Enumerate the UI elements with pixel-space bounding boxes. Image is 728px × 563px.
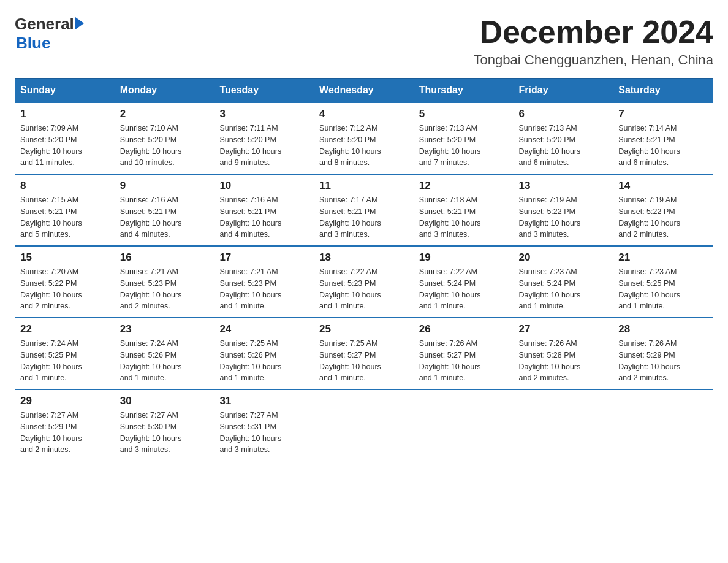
empty-cell bbox=[314, 389, 414, 461]
day-number: 14 bbox=[618, 180, 708, 192]
day-info: Sunrise: 7:10 AMSunset: 5:20 PMDaylight:… bbox=[120, 123, 210, 169]
weekday-header-tuesday: Tuesday bbox=[214, 79, 314, 103]
day-info: Sunrise: 7:16 AMSunset: 5:21 PMDaylight:… bbox=[120, 194, 210, 240]
day-cell-19: 19Sunrise: 7:22 AMSunset: 5:24 PMDayligh… bbox=[414, 246, 514, 318]
day-cell-16: 16Sunrise: 7:21 AMSunset: 5:23 PMDayligh… bbox=[115, 246, 214, 318]
day-cell-21: 21Sunrise: 7:23 AMSunset: 5:25 PMDayligh… bbox=[613, 246, 713, 318]
day-info: Sunrise: 7:26 AMSunset: 5:29 PMDaylight:… bbox=[618, 338, 708, 384]
day-cell-9: 9Sunrise: 7:16 AMSunset: 5:21 PMDaylight… bbox=[115, 174, 214, 246]
logo-blue-text: Blue bbox=[16, 34, 50, 52]
day-cell-29: 29Sunrise: 7:27 AMSunset: 5:29 PMDayligh… bbox=[15, 389, 115, 461]
day-info: Sunrise: 7:09 AMSunset: 5:20 PMDaylight:… bbox=[20, 123, 110, 169]
day-info: Sunrise: 7:25 AMSunset: 5:26 PMDaylight:… bbox=[219, 338, 309, 384]
day-info: Sunrise: 7:11 AMSunset: 5:20 PMDaylight:… bbox=[219, 123, 309, 169]
day-number: 15 bbox=[20, 251, 110, 264]
day-cell-23: 23Sunrise: 7:24 AMSunset: 5:26 PMDayligh… bbox=[115, 318, 214, 389]
day-number: 20 bbox=[519, 251, 609, 264]
day-cell-14: 14Sunrise: 7:19 AMSunset: 5:22 PMDayligh… bbox=[613, 174, 713, 246]
title-area: December 2024 Tongbai Chengguanzhen, Hen… bbox=[474, 15, 713, 68]
logo-triangle-icon bbox=[75, 17, 84, 29]
day-info: Sunrise: 7:23 AMSunset: 5:25 PMDaylight:… bbox=[618, 266, 708, 312]
day-info: Sunrise: 7:13 AMSunset: 5:20 PMDaylight:… bbox=[519, 123, 609, 169]
day-info: Sunrise: 7:27 AMSunset: 5:29 PMDaylight:… bbox=[20, 410, 110, 456]
day-cell-8: 8Sunrise: 7:15 AMSunset: 5:21 PMDaylight… bbox=[15, 174, 115, 246]
day-cell-5: 5Sunrise: 7:13 AMSunset: 5:20 PMDaylight… bbox=[414, 102, 514, 174]
day-number: 24 bbox=[219, 323, 309, 335]
day-info: Sunrise: 7:12 AMSunset: 5:20 PMDaylight:… bbox=[319, 123, 409, 169]
week-row-2: 8Sunrise: 7:15 AMSunset: 5:21 PMDaylight… bbox=[15, 174, 713, 246]
day-info: Sunrise: 7:27 AMSunset: 5:31 PMDaylight:… bbox=[219, 410, 309, 456]
day-number: 26 bbox=[419, 323, 509, 335]
week-row-5: 29Sunrise: 7:27 AMSunset: 5:29 PMDayligh… bbox=[15, 389, 713, 461]
day-cell-2: 2Sunrise: 7:10 AMSunset: 5:20 PMDaylight… bbox=[115, 102, 214, 174]
day-info: Sunrise: 7:19 AMSunset: 5:22 PMDaylight:… bbox=[519, 194, 609, 240]
calendar-table: SundayMondayTuesdayWednesdayThursdayFrid… bbox=[15, 78, 713, 461]
day-number: 7 bbox=[618, 108, 708, 120]
header: General Blue December 2024 Tongbai Cheng… bbox=[15, 15, 713, 68]
weekday-header-sunday: Sunday bbox=[15, 79, 115, 103]
day-cell-6: 6Sunrise: 7:13 AMSunset: 5:20 PMDaylight… bbox=[514, 102, 613, 174]
day-info: Sunrise: 7:26 AMSunset: 5:27 PMDaylight:… bbox=[419, 338, 509, 384]
day-cell-13: 13Sunrise: 7:19 AMSunset: 5:22 PMDayligh… bbox=[514, 174, 613, 246]
day-number: 6 bbox=[519, 108, 609, 120]
day-cell-17: 17Sunrise: 7:21 AMSunset: 5:23 PMDayligh… bbox=[214, 246, 314, 318]
day-cell-26: 26Sunrise: 7:26 AMSunset: 5:27 PMDayligh… bbox=[414, 318, 514, 389]
day-info: Sunrise: 7:22 AMSunset: 5:23 PMDaylight:… bbox=[319, 266, 409, 312]
day-number: 21 bbox=[618, 251, 708, 264]
weekday-header-saturday: Saturday bbox=[613, 79, 713, 103]
logo-area: General Blue bbox=[15, 15, 84, 53]
day-cell-28: 28Sunrise: 7:26 AMSunset: 5:29 PMDayligh… bbox=[613, 318, 713, 389]
day-number: 10 bbox=[219, 180, 309, 192]
day-number: 27 bbox=[519, 323, 609, 335]
day-number: 11 bbox=[319, 180, 409, 192]
day-info: Sunrise: 7:21 AMSunset: 5:23 PMDaylight:… bbox=[219, 266, 309, 312]
day-number: 1 bbox=[20, 108, 110, 120]
month-title: December 2024 bbox=[474, 15, 713, 50]
day-number: 16 bbox=[120, 251, 210, 264]
day-cell-20: 20Sunrise: 7:23 AMSunset: 5:24 PMDayligh… bbox=[514, 246, 613, 318]
weekday-header-row: SundayMondayTuesdayWednesdayThursdayFrid… bbox=[15, 79, 713, 103]
day-number: 30 bbox=[120, 395, 210, 407]
day-info: Sunrise: 7:24 AMSunset: 5:25 PMDaylight:… bbox=[20, 338, 110, 384]
week-row-3: 15Sunrise: 7:20 AMSunset: 5:22 PMDayligh… bbox=[15, 246, 713, 318]
empty-cell bbox=[414, 389, 514, 461]
logo-general-text: General bbox=[15, 15, 74, 34]
day-info: Sunrise: 7:20 AMSunset: 5:22 PMDaylight:… bbox=[20, 266, 110, 312]
day-cell-31: 31Sunrise: 7:27 AMSunset: 5:31 PMDayligh… bbox=[214, 389, 314, 461]
weekday-header-monday: Monday bbox=[115, 79, 214, 103]
day-cell-4: 4Sunrise: 7:12 AMSunset: 5:20 PMDaylight… bbox=[314, 102, 414, 174]
day-info: Sunrise: 7:18 AMSunset: 5:21 PMDaylight:… bbox=[419, 194, 509, 240]
day-info: Sunrise: 7:24 AMSunset: 5:26 PMDaylight:… bbox=[120, 338, 210, 384]
day-number: 4 bbox=[319, 108, 409, 120]
day-cell-24: 24Sunrise: 7:25 AMSunset: 5:26 PMDayligh… bbox=[214, 318, 314, 389]
day-number: 22 bbox=[20, 323, 110, 335]
day-info: Sunrise: 7:19 AMSunset: 5:22 PMDaylight:… bbox=[618, 194, 708, 240]
day-info: Sunrise: 7:15 AMSunset: 5:21 PMDaylight:… bbox=[20, 194, 110, 240]
day-cell-10: 10Sunrise: 7:16 AMSunset: 5:21 PMDayligh… bbox=[214, 174, 314, 246]
day-cell-30: 30Sunrise: 7:27 AMSunset: 5:30 PMDayligh… bbox=[115, 389, 214, 461]
day-number: 2 bbox=[120, 108, 210, 120]
day-cell-1: 1Sunrise: 7:09 AMSunset: 5:20 PMDaylight… bbox=[15, 102, 115, 174]
day-number: 13 bbox=[519, 180, 609, 192]
day-cell-7: 7Sunrise: 7:14 AMSunset: 5:21 PMDaylight… bbox=[613, 102, 713, 174]
day-cell-3: 3Sunrise: 7:11 AMSunset: 5:20 PMDaylight… bbox=[214, 102, 314, 174]
day-info: Sunrise: 7:14 AMSunset: 5:21 PMDaylight:… bbox=[618, 123, 708, 169]
day-info: Sunrise: 7:23 AMSunset: 5:24 PMDaylight:… bbox=[519, 266, 609, 312]
day-number: 19 bbox=[419, 251, 509, 264]
day-number: 5 bbox=[419, 108, 509, 120]
day-number: 28 bbox=[618, 323, 708, 335]
day-number: 18 bbox=[319, 251, 409, 264]
weekday-header-thursday: Thursday bbox=[414, 79, 514, 103]
day-number: 29 bbox=[20, 395, 110, 407]
day-number: 3 bbox=[219, 108, 309, 120]
day-info: Sunrise: 7:26 AMSunset: 5:28 PMDaylight:… bbox=[519, 338, 609, 384]
day-info: Sunrise: 7:21 AMSunset: 5:23 PMDaylight:… bbox=[120, 266, 210, 312]
weekday-header-friday: Friday bbox=[514, 79, 613, 103]
day-cell-12: 12Sunrise: 7:18 AMSunset: 5:21 PMDayligh… bbox=[414, 174, 514, 246]
day-number: 25 bbox=[319, 323, 409, 335]
weekday-header-wednesday: Wednesday bbox=[314, 79, 414, 103]
day-info: Sunrise: 7:25 AMSunset: 5:27 PMDaylight:… bbox=[319, 338, 409, 384]
day-info: Sunrise: 7:27 AMSunset: 5:30 PMDaylight:… bbox=[120, 410, 210, 456]
day-cell-18: 18Sunrise: 7:22 AMSunset: 5:23 PMDayligh… bbox=[314, 246, 414, 318]
day-cell-11: 11Sunrise: 7:17 AMSunset: 5:21 PMDayligh… bbox=[314, 174, 414, 246]
